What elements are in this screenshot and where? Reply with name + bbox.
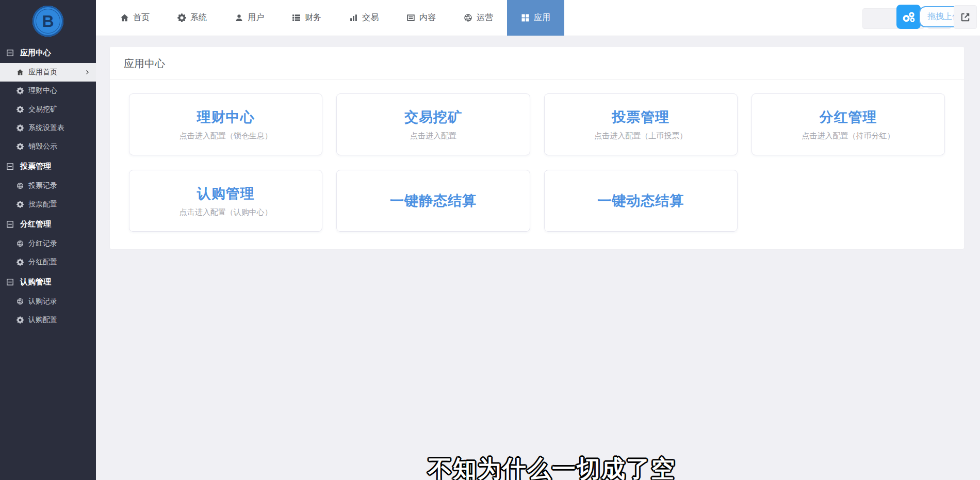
card-subscription-management[interactable]: 认购管理 点击进入配置（认购中心） [129, 170, 322, 232]
globe-icon [464, 13, 472, 22]
gear-icon [17, 87, 24, 94]
content-area: 应用中心 理财中心 点击进入配置（锁仓生息） 交易挖矿 点击进入配置 投票管理 … [96, 36, 980, 480]
panel-title: 应用中心 [110, 47, 964, 79]
main-column: 首页 系统 用户 财务 交易 [96, 0, 980, 480]
card-trade-mining[interactable]: 交易挖矿 点击进入配置 [336, 93, 530, 155]
sidebar-item-app-home[interactable]: 应用首页 [0, 63, 96, 82]
sidebar-item-burn-notice[interactable]: 销毁公示 [0, 137, 96, 156]
tab-home[interactable]: 首页 [106, 0, 164, 36]
app-center-panel: 应用中心 理财中心 点击进入配置（锁仓生息） 交易挖矿 点击进入配置 投票管理 … [110, 47, 964, 249]
logout-button[interactable] [954, 5, 977, 29]
sidebar-group-vote[interactable]: 投票管理 [0, 156, 96, 177]
tab-users[interactable]: 用户 [221, 0, 278, 36]
card-one-key-static-settlement[interactable]: 一键静态结算 [336, 170, 530, 232]
card-finance-center[interactable]: 理财中心 点击进入配置（锁仓生息） [129, 93, 322, 155]
card-one-key-dynamic-settlement[interactable]: 一键动态结算 [544, 170, 738, 232]
tab-operations[interactable]: 运营 [450, 0, 507, 36]
gear-icon [177, 13, 186, 22]
sidebar-item-trade-mining[interactable]: 交易挖矿 [0, 100, 96, 119]
tab-label: 运营 [477, 12, 493, 23]
minus-square-icon [6, 278, 14, 286]
tab-label: 财务 [305, 12, 321, 23]
pan-circles-icon [901, 9, 917, 25]
external-link-icon [960, 12, 970, 22]
sidebar-item-subscription-config[interactable]: 认购配置 [0, 311, 96, 329]
tab-system[interactable]: 系统 [164, 0, 221, 36]
card-subtitle: 点击进入配置（上币投票） [594, 131, 687, 141]
tab-label: 应用 [534, 12, 550, 23]
sidebar-item-label: 销毁公示 [28, 142, 57, 151]
chevron-right-icon [85, 69, 91, 75]
sidebar: B 应用中心 应用首页 理财中心 交易挖矿 系统设 [0, 0, 96, 480]
grid-icon [521, 13, 530, 22]
card-vote-management[interactable]: 投票管理 点击进入配置（上币投票） [544, 93, 738, 155]
card-dividend-management[interactable]: 分红管理 点击进入配置（持币分红） [752, 93, 945, 155]
sidebar-item-vote-config[interactable]: 投票配置 [0, 195, 96, 214]
gear-icon [17, 201, 24, 208]
app-cards-grid: 理财中心 点击进入配置（锁仓生息） 交易挖矿 点击进入配置 投票管理 点击进入配… [110, 79, 964, 249]
sidebar-item-label: 认购配置 [28, 315, 57, 325]
gear-icon [17, 106, 24, 113]
tab-label: 内容 [419, 12, 436, 23]
video-subtitle-text: 不知为什么一切成了空 [428, 453, 676, 480]
tab-content[interactable]: 内容 [393, 0, 450, 36]
sidebar-item-vote-records[interactable]: 投票记录 [0, 177, 96, 195]
sidebar-group-label: 投票管理 [20, 162, 51, 171]
card-subtitle: 点击进入配置 [410, 131, 456, 141]
brand-logo[interactable]: B [32, 6, 63, 37]
tab-apps[interactable]: 应用 [507, 0, 564, 36]
sidebar-item-label: 分红配置 [28, 258, 57, 267]
tab-label: 交易 [362, 12, 379, 23]
topbar-actions: 拖拽上传 [862, 0, 977, 36]
tab-trade[interactable]: 交易 [335, 0, 393, 36]
tab-label: 系统 [190, 12, 207, 23]
card-title: 理财中心 [197, 108, 255, 126]
sidebar-item-label: 分红记录 [28, 239, 57, 248]
tab-label: 用户 [248, 12, 264, 23]
tab-label: 首页 [133, 12, 150, 23]
sidebar-group-app-center[interactable]: 应用中心 [0, 42, 96, 63]
sidebar-group-dividend[interactable]: 分红管理 [0, 214, 96, 234]
card-title: 投票管理 [612, 108, 669, 126]
minus-square-icon [6, 220, 14, 228]
sidebar-item-label: 应用首页 [28, 68, 57, 77]
card-title: 认购管理 [197, 184, 255, 203]
document-icon [406, 13, 415, 22]
logo-area: B [0, 0, 96, 42]
card-subtitle: 点击进入配置（持币分红） [802, 131, 894, 141]
sidebar-group-label: 分红管理 [20, 219, 51, 229]
cloud-drive-icon[interactable] [896, 5, 921, 29]
card-title: 一键静态结算 [390, 191, 477, 210]
tab-finance[interactable]: 财务 [278, 0, 335, 36]
sidebar-nav: 应用中心 应用首页 理财中心 交易挖矿 系统设置表 销毁公示 [0, 42, 96, 329]
card-subtitle: 点击进入配置（锁仓生息） [179, 131, 272, 141]
gear-icon [17, 259, 24, 266]
sidebar-item-dividend-records[interactable]: 分红记录 [0, 234, 96, 253]
globe-icon [17, 182, 24, 189]
sidebar-item-subscription-records[interactable]: 认购记录 [0, 292, 96, 311]
user-icon [235, 13, 243, 22]
sidebar-item-system-settings[interactable]: 系统设置表 [0, 119, 96, 137]
top-nav: 首页 系统 用户 财务 交易 [96, 0, 564, 36]
sidebar-item-label: 理财中心 [28, 86, 57, 95]
card-title: 一键动态结算 [597, 191, 684, 210]
minus-square-icon [6, 49, 14, 57]
home-icon [17, 69, 24, 76]
admin-app: B 应用中心 应用首页 理财中心 交易挖矿 系统设 [0, 0, 980, 480]
sidebar-item-label: 认购记录 [28, 297, 57, 306]
gear-icon [17, 143, 24, 150]
bar-chart-icon [349, 13, 358, 22]
card-subtitle: 点击进入配置（认购中心） [179, 207, 272, 217]
sidebar-item-label: 投票记录 [28, 181, 57, 190]
minus-square-icon [6, 163, 14, 170]
top-bar: 首页 系统 用户 财务 交易 [96, 0, 980, 36]
globe-icon [17, 240, 24, 247]
home-icon [120, 13, 129, 22]
sidebar-item-dividend-config[interactable]: 分红配置 [0, 253, 96, 271]
globe-icon [17, 298, 24, 305]
sidebar-group-subscription[interactable]: 认购管理 [0, 271, 96, 292]
card-title: 分红管理 [819, 108, 877, 126]
sidebar-item-label: 系统设置表 [28, 123, 64, 133]
sidebar-item-finance-center[interactable]: 理财中心 [0, 82, 96, 100]
sidebar-item-label: 交易挖矿 [28, 105, 57, 114]
